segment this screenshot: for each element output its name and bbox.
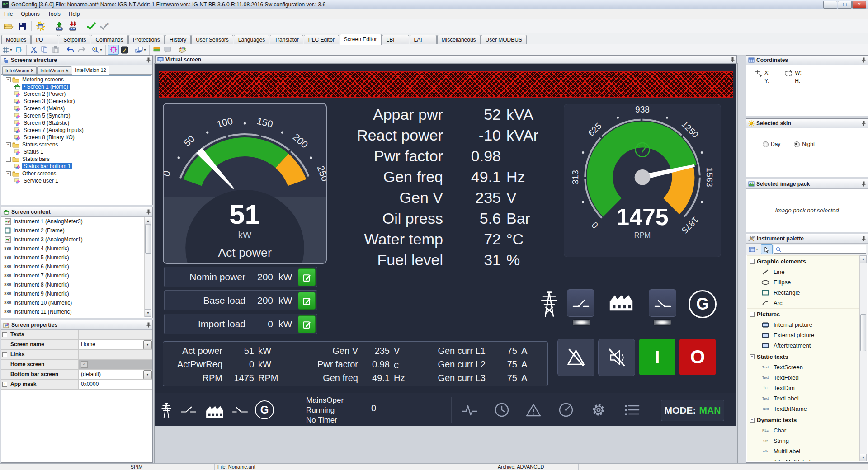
tab-user-sensors[interactable]: User Sensors (191, 35, 233, 44)
bottom-bar-dropdown[interactable]: ▼ (143, 370, 152, 379)
tab-intelivision-12[interactable]: InteliVision 12 (72, 66, 109, 75)
scroll-thumb[interactable] (145, 225, 151, 254)
load-factory-icon[interactable] (608, 291, 634, 314)
palette-section[interactable]: −Pictures (747, 308, 860, 320)
pin-icon[interactable] (146, 209, 151, 215)
property-row[interactable]: Bottom bar screen (default) ▼ (1, 370, 152, 380)
copy-icon[interactable] (40, 45, 50, 54)
tree-item[interactable]: Screen 6 (Statistic) (3, 119, 151, 127)
pin-icon[interactable] (862, 121, 866, 126)
tree-item[interactable]: Screen 5 (Synchro) (3, 112, 151, 119)
grid-settings-icon[interactable]: ▼ (2, 45, 13, 54)
edit-setpoint-button[interactable] (298, 268, 316, 286)
scroll-down-icon[interactable]: ▼ (145, 309, 151, 317)
palette-view-icon[interactable]: ▼ (748, 245, 760, 254)
list-item[interactable]: Instrument 2 (Frame) (2, 226, 151, 235)
pin-icon[interactable] (862, 57, 866, 63)
tree-item-selected[interactable]: Status bar bottom 1 (3, 163, 151, 170)
palette-item-textdim[interactable]: °CTextDim (747, 383, 860, 393)
fault-reset-button[interactable] (557, 339, 594, 376)
tab-intelivision-5[interactable]: InteliVision 5 (37, 66, 71, 74)
tree-item[interactable]: Screen 7 (Analog Inputs) (3, 127, 151, 134)
tab-protections[interactable]: Protections (128, 35, 165, 44)
genset-breaker-button[interactable] (649, 289, 676, 317)
palette-item-textfixed[interactable]: TextTextFixed (747, 372, 860, 383)
virtual-screen-canvas[interactable]: 0 50 100 150 200 250 51 kW Act power App… (155, 64, 736, 426)
tab-history[interactable]: History (165, 35, 191, 44)
list-item[interactable]: 888Instrument 4 (Numeric) (2, 244, 151, 253)
meters-icon[interactable] (558, 402, 574, 418)
tree-item[interactable]: Screen 8 (Binary I/O) (3, 134, 151, 141)
palette-section[interactable]: −Static texts (747, 351, 860, 362)
open-archive-icon[interactable] (3, 20, 14, 32)
alarm-list-icon[interactable] (525, 402, 542, 418)
mains-tower-icon[interactable] (539, 289, 560, 319)
edit-setpoint-button[interactable] (298, 315, 316, 333)
palette-item-ellipse[interactable]: Ellipse (747, 277, 860, 287)
plc-check-icon[interactable]: PLC (99, 20, 111, 32)
zoom-icon[interactable]: ▼ (91, 45, 103, 54)
scroll-thumb[interactable] (860, 314, 866, 351)
act-power-gauge[interactable]: 0 50 100 150 200 250 51 kW Act power (163, 103, 327, 264)
tree-item[interactable]: Service user 1 (3, 177, 151, 184)
cut-icon[interactable] (29, 45, 39, 54)
list-item[interactable]: Instrument 3 (AnalogMeter1) (2, 235, 151, 244)
tab-lai[interactable]: LAI (410, 35, 437, 44)
rpm-gauge[interactable]: 0 313 625 938 1250 1563 1875 1475 RPM (564, 104, 721, 257)
selection-mode-icon[interactable] (108, 45, 119, 55)
property-row[interactable]: Screen name Home ▼ (1, 340, 152, 350)
list-item[interactable]: 888Instrument 9 (Numeric) (2, 289, 151, 298)
tree-item[interactable]: − Metering screens (3, 76, 151, 83)
summary-info-panel[interactable]: Act power51kW ActPwrReq0kW RPM1475RPM Ge… (163, 341, 548, 386)
start-button[interactable]: I (639, 339, 675, 375)
consistency-check-icon[interactable] (85, 20, 97, 32)
scrollbar[interactable]: ▲ ▼ (859, 255, 867, 461)
scroll-up-icon[interactable]: ▲ (145, 217, 151, 225)
tree-item[interactable]: − Status bars (3, 155, 151, 163)
menu-list-icon[interactable] (624, 402, 640, 418)
tab-screen-editor[interactable]: Screen Editor (340, 34, 382, 45)
minimize-button[interactable]: — (823, 1, 837, 9)
pin-icon[interactable] (862, 236, 866, 241)
skin-night-radio[interactable]: Night (794, 141, 815, 147)
list-item[interactable]: 888Instrument 8 (Numeric) (2, 280, 151, 289)
tree-item[interactable]: Screen 3 (Generator) (3, 98, 151, 105)
genset-icon[interactable]: G (689, 290, 717, 318)
edit-setpoint-button[interactable] (298, 292, 316, 310)
list-item[interactable]: 888Instrument 7 (Numeric) (2, 271, 151, 280)
skin-icon[interactable] (152, 45, 162, 54)
setpoint-row-nomin-power[interactable]: Nomin power200kW (164, 267, 317, 287)
scroll-down-icon[interactable]: ▼ (860, 454, 867, 461)
palette-section[interactable]: −Dynamic texts (747, 414, 860, 425)
alarm-hatch-band[interactable] (159, 71, 733, 98)
setpoint-row-base-load[interactable]: Base load200kW (164, 290, 317, 310)
screen-bottom-bar[interactable]: G MainsOper Running No Timer 0 (155, 393, 736, 426)
horn-reset-button[interactable] (598, 339, 635, 376)
menu-file[interactable]: File (0, 9, 17, 19)
property-row[interactable]: Home screen ✓ (1, 360, 152, 370)
skin-day-radio[interactable]: Day (763, 141, 780, 147)
palette-item-string[interactable]: StrString (747, 436, 860, 446)
property-group-row[interactable]: − Links (1, 350, 152, 360)
modules-wizard-icon[interactable] (35, 20, 47, 32)
tree-item[interactable]: Status 1 (3, 148, 151, 155)
comment-icon[interactable] (163, 45, 173, 54)
write-to-controller-icon[interactable] (53, 20, 65, 32)
snap-to-grid-icon[interactable] (14, 45, 24, 54)
scrollbar[interactable]: ▲ ▼ (144, 217, 151, 317)
tab-miscellaneous[interactable]: Miscellaneous (437, 35, 481, 44)
readout-list[interactable]: Appar pwr52kVA React power-10kVAr Pwr fa… (311, 104, 546, 270)
palette-item-rectangle[interactable]: Rectangle (747, 287, 860, 298)
list-item[interactable]: Instrument 1 (AnalogMeter3) (2, 217, 151, 226)
scroll-up-icon[interactable]: ▲ (860, 255, 867, 263)
menu-tools[interactable]: Tools (44, 9, 65, 19)
palette-item-altermultilabel[interactable]: a/bAlterMultilabel (747, 456, 860, 461)
tree-item[interactable]: Screen 2 (Power) (3, 90, 151, 98)
tab-lbi[interactable]: LBI (382, 35, 409, 44)
palette-item-external-picture[interactable]: External picture (747, 330, 860, 340)
tab-user-modbus[interactable]: User MODBUS (481, 35, 527, 44)
tree-item[interactable]: − Other screens (3, 170, 151, 177)
tree-item-selected[interactable]: • Screen 1 (Home) (3, 83, 151, 90)
palette-cursor-icon[interactable] (761, 244, 773, 254)
list-item[interactable]: 888Instrument 11 (Numeric) (2, 307, 151, 316)
